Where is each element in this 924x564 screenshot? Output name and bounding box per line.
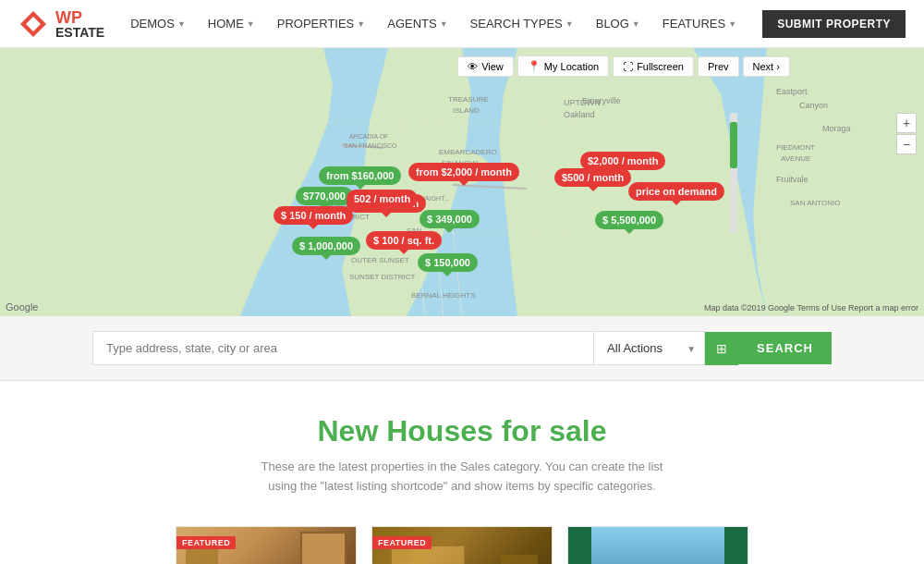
section-heading: New Houses for sale bbox=[18, 414, 906, 448]
svg-text:SAN FRANCISCO: SAN FRANCISCO bbox=[344, 142, 397, 149]
view-button[interactable]: 👁 View bbox=[457, 56, 514, 77]
card-image: compare bbox=[568, 527, 748, 564]
svg-text:Eastport: Eastport bbox=[776, 87, 808, 96]
map-copyright: Map data ©2019 Google Terms of Use Repor… bbox=[704, 303, 918, 313]
svg-text:EMBARCADERO: EMBARCADERO bbox=[439, 148, 497, 156]
search-button[interactable]: SEARCH bbox=[738, 332, 832, 364]
chevron-down-icon: ▼ bbox=[632, 19, 640, 29]
logo-icon bbox=[18, 9, 48, 39]
chevron-down-icon: ▼ bbox=[440, 19, 448, 29]
map-pin[interactable]: $ 5,500,000 bbox=[595, 211, 663, 229]
svg-point-7 bbox=[379, 128, 416, 153]
action-select-wrapper: All Actions For Sale For Rent Open House… bbox=[594, 331, 705, 365]
map-pin[interactable]: price on demand bbox=[628, 182, 724, 201]
svg-text:Canyon: Canyon bbox=[799, 101, 828, 110]
location-icon: 📍 bbox=[528, 60, 541, 72]
search-input[interactable] bbox=[92, 331, 594, 365]
nav-demos[interactable]: DEMOS ▼ bbox=[121, 11, 195, 36]
chevron-down-icon: ▼ bbox=[177, 19, 186, 29]
featured-badge: FEATURED bbox=[176, 536, 236, 549]
section-title: New Houses for sale These are the latest… bbox=[0, 381, 924, 508]
nav-blog[interactable]: BLOG ▼ bbox=[587, 11, 650, 36]
svg-text:SUNSET DISTRICT: SUNSET DISTRICT bbox=[349, 273, 416, 281]
grid-icon: ⊞ bbox=[716, 341, 727, 356]
fullscreen-icon: ⛶ bbox=[623, 61, 633, 72]
map-pin[interactable]: $ 100 / sq. ft. bbox=[366, 231, 442, 250]
card-image: FEATURED compare bbox=[372, 527, 552, 564]
card-image: FEATURED compare bbox=[176, 527, 356, 564]
chevron-down-icon: ▼ bbox=[247, 19, 255, 29]
svg-text:Fruitvale: Fruitvale bbox=[776, 175, 808, 184]
property-card: FEATURED compare TRESTLE AT WALLIS RANCH… bbox=[371, 526, 553, 564]
svg-text:ARCADIA OF: ARCADIA OF bbox=[349, 133, 388, 140]
grid-view-button[interactable]: ⊞ bbox=[705, 332, 738, 365]
svg-text:TREASURE: TREASURE bbox=[448, 95, 489, 104]
property-cards: FEATURED compare BEAUTIFUL VILLA FOR SAL… bbox=[0, 508, 924, 564]
map-pin[interactable]: $ 150 / month bbox=[274, 206, 353, 225]
zoom-in-button[interactable]: + bbox=[896, 113, 917, 133]
map-pin[interactable]: $ 150,000 bbox=[418, 253, 478, 272]
prev-button[interactable]: Prev bbox=[698, 56, 739, 77]
map-pin[interactable]: from $2,000 / month bbox=[408, 163, 519, 181]
map-pin[interactable]: $ 1,000,000 bbox=[292, 237, 360, 255]
property-card: FEATURED compare BEAUTIFUL VILLA FOR SAL… bbox=[176, 526, 357, 564]
nav-agents[interactable]: AGENTS ▼ bbox=[378, 11, 456, 36]
svg-text:PIEDMONT: PIEDMONT bbox=[776, 143, 815, 152]
map-pin-502[interactable]: 502 / month bbox=[346, 190, 418, 208]
chevron-down-icon: ▼ bbox=[728, 19, 736, 29]
chevron-down-icon: ▼ bbox=[565, 19, 574, 29]
zoom-out-button[interactable]: − bbox=[896, 134, 917, 154]
map-pin[interactable]: $500 / month bbox=[554, 168, 631, 187]
action-select[interactable]: All Actions For Sale For Rent Open House bbox=[594, 331, 705, 365]
svg-text:SAN ANTONIO: SAN ANTONIO bbox=[790, 199, 841, 207]
svg-rect-46 bbox=[730, 122, 737, 168]
svg-text:OUTER SUNSET: OUTER SUNSET bbox=[351, 256, 409, 264]
map-pin[interactable]: $2,000 / month bbox=[580, 152, 665, 170]
svg-text:ISLAND: ISLAND bbox=[453, 106, 480, 115]
section-description: These are the latest properties in the S… bbox=[249, 458, 675, 497]
logo[interactable]: WP ESTATE bbox=[18, 9, 104, 39]
search-bar: All Actions For Sale For Rent Open House… bbox=[0, 316, 924, 381]
google-watermark: Google bbox=[6, 301, 38, 313]
nav-search-types[interactable]: SEARCH TYPES ▼ bbox=[461, 11, 583, 36]
featured-badge: FEATURED bbox=[372, 536, 432, 549]
my-location-button[interactable]: 📍 My Location bbox=[517, 55, 609, 77]
nav-features[interactable]: FEATURES ▼ bbox=[653, 11, 746, 36]
svg-text:Emeryville: Emeryville bbox=[582, 96, 621, 105]
navbar: WP ESTATE DEMOS ▼ HOME ▼ PROPERTIES ▼ AG… bbox=[0, 0, 924, 48]
property-card: compare STUDIO APARTMENT Embarcadero, Sa… bbox=[567, 526, 748, 564]
map-container: Eastport Moraga Canyon PIEDMONT AVENUE F… bbox=[0, 48, 924, 316]
map-toolbar: 👁 View 📍 My Location ⛶ Fullscreen Prev N… bbox=[393, 55, 855, 77]
logo-wp: WP bbox=[55, 9, 104, 26]
svg-text:Moraga: Moraga bbox=[822, 124, 851, 133]
svg-text:BERNAL HEIGHTS: BERNAL HEIGHTS bbox=[411, 291, 476, 300]
logo-text: WP ESTATE bbox=[55, 9, 104, 39]
chevron-down-icon: ▼ bbox=[357, 19, 365, 29]
map-pin[interactable]: $770,000 bbox=[296, 187, 353, 205]
view-icon: 👁 bbox=[468, 61, 478, 72]
submit-property-button[interactable]: SUBMIT PROPERTY bbox=[762, 10, 906, 38]
fullscreen-button[interactable]: ⛶ Fullscreen bbox=[613, 56, 694, 77]
nav-links: DEMOS ▼ HOME ▼ PROPERTIES ▼ AGENTS ▼ SEA… bbox=[121, 11, 746, 36]
svg-text:AVENUE: AVENUE bbox=[781, 154, 810, 163]
next-button[interactable]: Next › bbox=[743, 56, 790, 77]
nav-home[interactable]: HOME ▼ bbox=[199, 11, 264, 36]
map-pin[interactable]: $ 349,000 bbox=[419, 210, 480, 228]
svg-text:Oakland: Oakland bbox=[564, 110, 595, 119]
nav-properties[interactable]: PROPERTIES ▼ bbox=[268, 11, 374, 36]
map-pin[interactable]: from $160,000 bbox=[319, 166, 401, 185]
logo-estate: ESTATE bbox=[55, 26, 104, 39]
map-zoom-controls: + − bbox=[896, 113, 917, 154]
